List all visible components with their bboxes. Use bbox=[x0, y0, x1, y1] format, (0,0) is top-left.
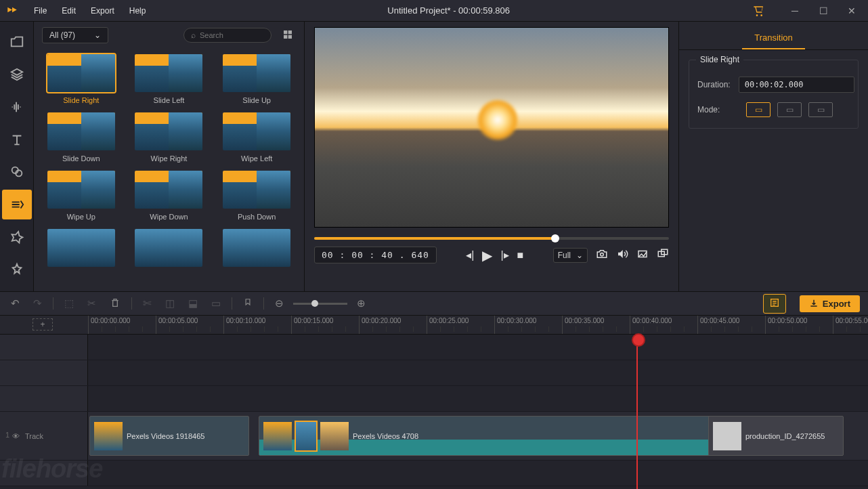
cart-icon[interactable] bbox=[745, 1, 772, 20]
ruler-tick: 00:00:20.000 bbox=[359, 316, 401, 334]
ruler-tick: 00:00:00.000 bbox=[88, 316, 130, 334]
maximize-button[interactable]: ☐ bbox=[810, 1, 837, 20]
app-logo-icon bbox=[3, 1, 22, 20]
prev-frame-button[interactable]: ◂| bbox=[466, 249, 474, 261]
media-grid: Slide Right Slide Left Slide Up Slide Do… bbox=[34, 49, 304, 291]
play-button[interactable]: ▶ bbox=[482, 247, 492, 263]
mode-label: Mode: bbox=[697, 105, 738, 114]
media-panel: All (97) ⌄ ⌕ Slide Right Slide Left Slid… bbox=[34, 22, 305, 291]
detach-icon[interactable] bbox=[657, 248, 669, 263]
transition-push-down[interactable]: Push Down bbox=[215, 168, 299, 224]
transition-wipe-left[interactable]: Wipe Left bbox=[215, 110, 299, 165]
duration-input[interactable] bbox=[739, 77, 854, 93]
ruler-tick: 00:00:10.000 bbox=[223, 316, 265, 334]
mode-overlap-button[interactable]: ▭ bbox=[746, 102, 771, 117]
transition-slide-right[interactable]: Slide Right bbox=[39, 51, 123, 107]
sidebar-filters-icon[interactable] bbox=[2, 157, 32, 187]
close-button[interactable]: ✕ bbox=[838, 1, 865, 20]
sidebar-overlays-icon[interactable] bbox=[2, 222, 32, 252]
sidebar-audio-icon[interactable] bbox=[2, 92, 32, 122]
sidebar-media-icon[interactable] bbox=[2, 27, 32, 57]
preview-panel: 00 : 00 : 40 . 640 ◂| ▶ |▸ ■ Full⌄ bbox=[305, 22, 678, 291]
zoom-slider[interactable] bbox=[293, 303, 347, 305]
media-filter-dropdown[interactable]: All (97) ⌄ bbox=[42, 27, 108, 43]
inspector-title: Slide Right bbox=[696, 55, 743, 64]
timeline: + 00:00:00.00000:00:05.00000:00:10.00000… bbox=[0, 316, 868, 489]
next-frame-button[interactable]: |▸ bbox=[500, 249, 508, 261]
aspect-dropdown[interactable]: Full⌄ bbox=[553, 248, 588, 263]
zoom-in-button[interactable]: ⊕ bbox=[354, 295, 368, 312]
tool-icon-2[interactable]: ✂ bbox=[85, 295, 99, 312]
minimize-button[interactable]: ─ bbox=[781, 1, 808, 20]
menu-help[interactable]: Help bbox=[123, 2, 153, 20]
svg-point-2 bbox=[601, 253, 604, 256]
menu-export[interactable]: Export bbox=[84, 2, 121, 20]
ruler-tick: 00:00:55.000 bbox=[833, 316, 868, 334]
transition-item-10[interactable] bbox=[39, 226, 123, 270]
menu-file[interactable]: File bbox=[27, 2, 53, 20]
snapshot-icon[interactable] bbox=[596, 248, 608, 263]
split-button[interactable]: ✄ bbox=[140, 295, 154, 312]
media-search[interactable]: ⌕ bbox=[183, 28, 272, 43]
volume-icon[interactable] bbox=[616, 248, 628, 263]
media-search-input[interactable] bbox=[200, 31, 247, 39]
add-track-button[interactable]: + bbox=[32, 318, 53, 331]
ruler-tick: 00:00:50.000 bbox=[765, 316, 807, 334]
crop-icon[interactable] bbox=[636, 248, 649, 263]
transition-slide-up[interactable]: Slide Up bbox=[215, 51, 299, 107]
transition-wipe-right[interactable]: Wipe Right bbox=[127, 110, 211, 165]
titlebar: File Edit Export Help Untitled Project* … bbox=[0, 0, 868, 22]
zoom-out-button[interactable]: ⊖ bbox=[272, 295, 286, 312]
transition-item-12[interactable] bbox=[215, 226, 299, 270]
ruler-tick: 00:00:15.000 bbox=[291, 316, 333, 334]
ruler-tick: 00:00:30.000 bbox=[494, 316, 536, 334]
fx-button[interactable] bbox=[763, 294, 786, 314]
tool-icon-3[interactable]: ◫ bbox=[162, 295, 177, 312]
chevron-down-icon: ⌄ bbox=[576, 251, 583, 260]
time-display: 00 : 00 : 40 . 640 bbox=[314, 247, 437, 263]
timeline-ruler[interactable]: + 00:00:00.00000:00:05.00000:00:10.00000… bbox=[0, 316, 868, 335]
transition-wipe-down[interactable]: Wipe Down bbox=[127, 168, 211, 224]
sidebar-transitions-icon[interactable] bbox=[2, 190, 32, 219]
tool-icon-1[interactable]: ⬚ bbox=[62, 295, 77, 312]
export-button[interactable]: Export bbox=[800, 295, 860, 312]
transition-wipe-up[interactable]: Wipe Up bbox=[39, 168, 123, 224]
mode-postfix-button[interactable]: ▭ bbox=[808, 102, 833, 117]
seek-bar[interactable] bbox=[314, 237, 669, 240]
sidebar-layers-icon[interactable] bbox=[2, 60, 32, 89]
sidebar-text-icon[interactable] bbox=[2, 125, 32, 154]
clip-3[interactable]: production_ID_4272655 bbox=[708, 416, 844, 456]
delete-button[interactable] bbox=[107, 295, 123, 313]
marker-button[interactable] bbox=[240, 295, 255, 313]
transition-item-11[interactable] bbox=[127, 226, 211, 270]
main-menu: File Edit Export Help bbox=[27, 2, 152, 20]
undo-button[interactable]: ↶ bbox=[8, 295, 22, 312]
search-icon: ⌕ bbox=[191, 30, 196, 40]
window-title: Untitled Project* - 00:00:59.806 bbox=[152, 5, 745, 16]
preview-viewport[interactable] bbox=[314, 27, 669, 228]
mode-prefix-button[interactable]: ▭ bbox=[777, 102, 802, 117]
timeline-toolbar: ↶ ↷ ⬚ ✂ ✄ ◫ ⬓ ▭ ⊖ ⊕ Export bbox=[0, 291, 868, 316]
chevron-down-icon: ⌄ bbox=[94, 30, 101, 40]
menu-edit[interactable]: Edit bbox=[55, 2, 83, 20]
sidebar-elements-icon[interactable] bbox=[2, 255, 32, 284]
redo-button[interactable]: ↷ bbox=[30, 295, 45, 312]
ruler-tick: 00:00:05.000 bbox=[156, 316, 198, 334]
transition-thumb[interactable] bbox=[296, 422, 316, 450]
sidebar bbox=[0, 22, 34, 291]
track-head[interactable]: 👁 Track bbox=[0, 412, 88, 460]
tool-icon-4[interactable]: ⬓ bbox=[186, 295, 200, 312]
playhead[interactable] bbox=[636, 335, 638, 489]
transition-slide-left[interactable]: Slide Left bbox=[127, 51, 211, 107]
clip-1[interactable]: Pexels Videos 1918465 bbox=[89, 416, 249, 456]
tool-icon-5[interactable]: ▭ bbox=[209, 295, 223, 312]
grid-view-icon[interactable] bbox=[280, 26, 296, 45]
ruler-tick: 00:00:25.000 bbox=[427, 316, 469, 334]
tab-transition[interactable]: Transition bbox=[742, 27, 805, 49]
timeline-tracks: 1 👁 Track Pexels Videos 1918465 Pexels V… bbox=[0, 335, 868, 489]
stop-button[interactable]: ■ bbox=[517, 249, 524, 261]
ruler-tick: 00:00:40.000 bbox=[630, 316, 672, 334]
transition-slide-down[interactable]: Slide Down bbox=[39, 110, 123, 165]
clip-2[interactable]: Pexels Videos 4708 bbox=[259, 416, 780, 456]
inspector-panel: Transition Slide Right Duration: Mode: ▭… bbox=[678, 22, 868, 291]
